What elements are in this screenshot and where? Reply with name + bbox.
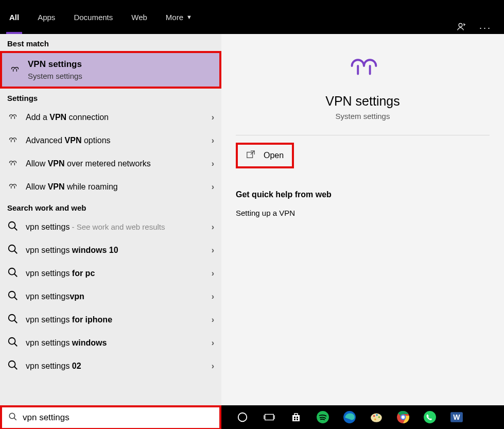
results-list: Best match VPN settings System settings … xyxy=(0,34,221,405)
chevron-right-icon: › xyxy=(212,136,214,145)
vpn-icon xyxy=(7,180,19,193)
settings-result[interactable]: Add a VPN connection › xyxy=(0,106,221,129)
web-result[interactable]: vpn settingsvpn › xyxy=(0,285,221,308)
tab-documents[interactable]: Documents xyxy=(64,0,122,34)
vpn-icon xyxy=(9,63,21,76)
svg-line-6 xyxy=(14,274,18,277)
svg-point-11 xyxy=(9,338,15,345)
web-result[interactable]: vpn settings for iphone › xyxy=(0,308,221,331)
whatsapp-icon[interactable] xyxy=(422,409,438,425)
paint-icon[interactable] xyxy=(369,409,384,425)
open-icon xyxy=(246,150,255,161)
search-icon xyxy=(7,267,19,280)
detail-subtitle: System settings xyxy=(236,112,490,121)
detail-hero: VPN settings System settings xyxy=(236,53,490,121)
web-result-label: vpn settings 02 xyxy=(26,362,81,371)
chevron-right-icon: › xyxy=(212,362,214,371)
svg-point-0 xyxy=(459,23,462,27)
chevron-right-icon: › xyxy=(212,246,214,255)
chevron-right-icon: › xyxy=(212,269,214,278)
section-settings: Settings xyxy=(0,89,221,106)
web-result-label: vpn settings for iphone xyxy=(26,315,112,324)
chevron-right-icon: › xyxy=(212,222,214,232)
web-result[interactable]: vpn settings 02 › xyxy=(0,354,221,377)
svg-rect-19 xyxy=(265,415,274,420)
svg-point-1 xyxy=(9,222,15,229)
section-best-match: Best match xyxy=(0,34,221,51)
best-match-item[interactable]: VPN settings System settings xyxy=(0,51,221,89)
svg-point-35 xyxy=(402,416,405,419)
settings-result-label: Allow VPN while roaming xyxy=(26,182,118,192)
svg-text:W: W xyxy=(453,413,460,421)
task-view-icon[interactable] xyxy=(262,409,277,425)
chevron-down-icon: ▼ xyxy=(186,14,192,20)
detail-pane: VPN settings System settings Open Get qu… xyxy=(221,34,504,405)
svg-rect-25 xyxy=(297,419,298,420)
chevron-right-icon: › xyxy=(212,315,214,324)
best-match-text: VPN settings System settings xyxy=(28,59,82,80)
edge-icon[interactable] xyxy=(342,409,357,425)
tab-apps[interactable]: Apps xyxy=(28,0,64,34)
svg-line-2 xyxy=(14,228,18,231)
settings-result[interactable]: Allow VPN over metered networks › xyxy=(0,152,221,175)
search-icon xyxy=(7,359,19,372)
taskbar: W xyxy=(0,405,504,429)
tab-more-label: More xyxy=(166,13,183,22)
svg-point-5 xyxy=(9,268,15,275)
web-result-label: vpn settingsvpn xyxy=(26,292,84,301)
search-box[interactable] xyxy=(0,405,221,429)
quick-help-link[interactable]: Setting up a VPN xyxy=(236,209,490,217)
tabbar-actions: ··· xyxy=(457,22,498,34)
chrome-icon[interactable] xyxy=(395,409,411,425)
detail-title: VPN settings xyxy=(236,94,490,109)
spotify-icon[interactable] xyxy=(315,409,331,425)
web-result-label: vpn settings windows 10 xyxy=(26,246,118,255)
tab-web[interactable]: Web xyxy=(122,0,157,34)
web-result[interactable]: vpn settings windows 10 › xyxy=(0,238,221,262)
tabs-container: All Apps Documents Web More ▼ xyxy=(0,0,201,34)
settings-result-label: Advanced VPN options xyxy=(26,136,111,145)
web-result-label: vpn settings windows xyxy=(26,338,107,348)
settings-result[interactable]: Allow VPN while roaming › xyxy=(0,175,221,198)
open-button-label: Open xyxy=(264,151,284,160)
tab-more[interactable]: More ▼ xyxy=(157,0,201,34)
settings-result[interactable]: Advanced VPN options › xyxy=(0,129,221,152)
svg-point-3 xyxy=(9,245,15,252)
svg-point-7 xyxy=(9,291,15,298)
section-search-web: Search work and web xyxy=(0,198,221,215)
vpn-icon xyxy=(7,157,19,170)
microsoft-store-icon[interactable] xyxy=(288,409,304,425)
search-icon xyxy=(7,220,19,233)
word-icon[interactable]: W xyxy=(449,409,464,425)
web-result[interactable]: vpn settings for pc › xyxy=(0,262,221,285)
vpn-icon xyxy=(7,134,19,147)
search-input[interactable] xyxy=(23,413,213,423)
vpn-icon xyxy=(7,111,19,124)
chevron-right-icon: › xyxy=(212,292,214,301)
svg-line-17 xyxy=(14,418,16,420)
more-options-icon[interactable]: ··· xyxy=(479,23,492,33)
svg-line-12 xyxy=(14,344,18,347)
tab-all[interactable]: All xyxy=(0,0,28,34)
chevron-right-icon: › xyxy=(212,159,214,168)
best-match-title: VPN settings xyxy=(28,59,82,70)
web-result-label: vpn settings - See work and web results xyxy=(26,222,165,232)
web-result[interactable]: vpn settings windows › xyxy=(0,331,221,354)
search-icon xyxy=(8,412,18,423)
divider xyxy=(236,135,490,135)
chevron-right-icon: › xyxy=(212,113,214,122)
search-icon xyxy=(7,244,19,256)
svg-line-4 xyxy=(14,251,18,254)
settings-result-label: Allow VPN over metered networks xyxy=(26,159,151,168)
svg-point-31 xyxy=(378,416,380,418)
svg-line-8 xyxy=(14,297,18,300)
cortana-icon[interactable] xyxy=(235,409,250,425)
open-button[interactable]: Open xyxy=(236,143,294,168)
search-icon xyxy=(7,313,19,326)
chevron-right-icon: › xyxy=(212,182,214,192)
feedback-icon[interactable] xyxy=(457,22,467,34)
svg-rect-24 xyxy=(294,419,296,420)
svg-point-36 xyxy=(424,411,436,423)
taskbar-icons: W xyxy=(221,409,464,425)
web-result[interactable]: vpn settings - See work and web results … xyxy=(0,215,221,238)
